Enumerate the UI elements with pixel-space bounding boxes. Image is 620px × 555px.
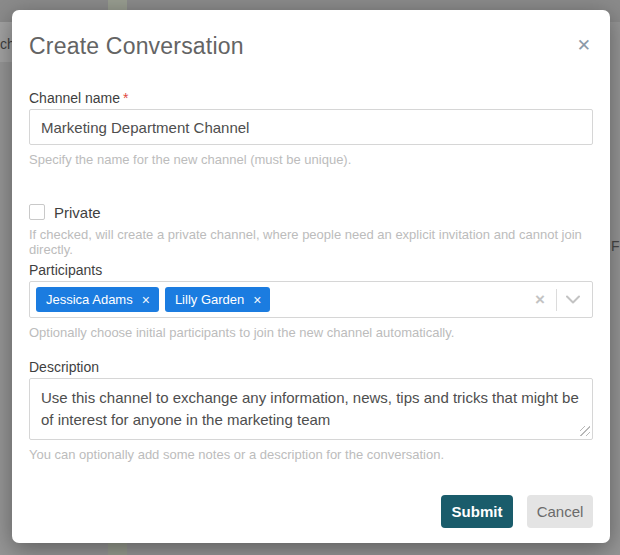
description-textarea-wrap: Use this channel to exchange any informa… (29, 378, 593, 440)
dialog-header: Create Conversation ✕ (29, 33, 593, 60)
description-group: Description Use this channel to exchange… (29, 359, 593, 464)
tag-remove-icon[interactable]: × (253, 292, 261, 308)
channel-name-group: Channel name* Specify the name for the n… (29, 90, 593, 169)
private-group: Private If checked, will create a privat… (29, 203, 593, 244)
close-icon[interactable]: ✕ (575, 35, 593, 57)
multiselect-divider (556, 289, 557, 311)
description-label: Description (29, 359, 593, 378)
participant-tag-label: Jessica Adams (46, 292, 133, 307)
required-asterisk: * (123, 90, 128, 106)
private-checkbox[interactable] (29, 204, 45, 220)
channel-name-help: Specify the name for the new channel (mu… (29, 152, 593, 169)
submit-button[interactable]: Submit (441, 495, 513, 528)
channel-name-input[interactable] (29, 109, 593, 145)
participants-help: Optionally choose initial participants t… (29, 325, 593, 342)
private-checkbox-row[interactable]: Private (29, 203, 593, 221)
participant-tag: Jessica Adams × (36, 287, 159, 312)
participant-tag-label: Lilly Garden (175, 292, 244, 307)
clear-selection-icon[interactable]: × (531, 290, 549, 310)
description-help: You can optionally add some notes or a d… (29, 447, 593, 464)
participants-label: Participants (29, 262, 593, 281)
participants-group: Participants Jessica Adams × Lilly Garde… (29, 262, 593, 342)
participant-tag: Lilly Garden × (165, 287, 271, 312)
tag-remove-icon[interactable]: × (142, 292, 150, 308)
create-conversation-dialog: Create Conversation ✕ Channel name* Spec… (12, 10, 610, 543)
channel-name-label-text: Channel name (29, 90, 120, 106)
background-text-fragment-right: F (611, 238, 620, 254)
cancel-button[interactable]: Cancel (527, 495, 593, 528)
description-textarea[interactable]: Use this channel to exchange any informa… (29, 378, 593, 440)
dialog-title: Create Conversation (29, 33, 244, 60)
chevron-down-icon[interactable] (566, 295, 580, 304)
private-label: Private (54, 204, 101, 221)
participants-multiselect[interactable]: Jessica Adams × Lilly Garden × × (29, 281, 593, 318)
dialog-footer: Submit Cancel (29, 495, 593, 528)
private-help: If checked, will create a private channe… (29, 227, 593, 244)
channel-name-label: Channel name* (29, 90, 593, 109)
